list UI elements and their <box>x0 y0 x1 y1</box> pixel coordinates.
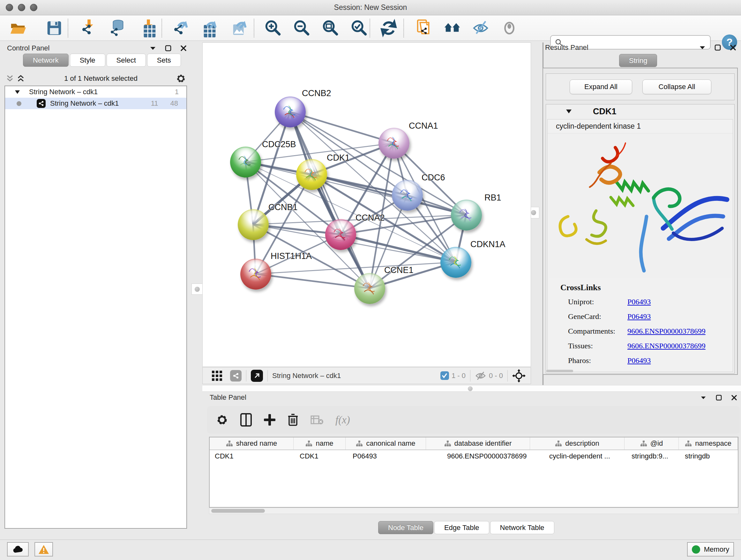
left-splitter-grip[interactable] <box>192 284 203 295</box>
table-hscrollbar-thumb[interactable] <box>211 509 265 513</box>
open-session-icon[interactable] <box>9 18 28 38</box>
network-collection-row[interactable]: String Network – cdk1 1 <box>5 86 186 98</box>
string-results-tab[interactable]: String <box>619 54 657 67</box>
column-header-@id[interactable]: @id <box>624 437 679 449</box>
zoom-out-icon[interactable] <box>292 18 312 38</box>
table-collapse-icon[interactable] <box>698 393 709 401</box>
export-table-icon[interactable] <box>200 18 219 38</box>
warning-status-button[interactable] <box>35 542 53 557</box>
hidden-eye-slash-icon[interactable] <box>475 371 486 381</box>
refresh-icon[interactable] <box>379 18 398 38</box>
column-type-icon <box>640 440 647 447</box>
home-icon[interactable] <box>443 18 462 38</box>
column-header-name[interactable]: name <box>293 437 346 449</box>
results-float-icon[interactable] <box>712 44 723 52</box>
node-CDKN1A[interactable] <box>441 247 471 278</box>
crosslink-link[interactable]: 9606.ENSP00000378699 <box>627 341 705 350</box>
open-in-window-icon[interactable] <box>251 370 263 382</box>
tab-sets[interactable]: Sets <box>147 54 181 67</box>
zoom-selected-icon[interactable] <box>350 18 369 38</box>
collection-expand-arrow-icon[interactable] <box>15 90 20 94</box>
node-CCNB1[interactable] <box>238 209 269 240</box>
show-columns-icon[interactable] <box>240 413 252 427</box>
save-session-icon[interactable] <box>45 18 64 38</box>
cell-shared-name[interactable]: CDK1 <box>210 452 293 460</box>
add-column-icon[interactable] <box>264 414 275 426</box>
import-network-database-icon[interactable] <box>109 18 128 38</box>
cell-canonical-name[interactable]: P06493 <box>346 452 426 460</box>
tab-network-table[interactable]: Network Table <box>490 521 554 534</box>
delete-column-icon[interactable] <box>287 413 298 427</box>
tab-edge-table[interactable]: Edge Table <box>434 521 489 534</box>
import-table-file-icon[interactable] <box>139 18 158 38</box>
memory-button[interactable]: Memory <box>687 542 734 557</box>
float-panel-icon[interactable] <box>163 44 174 52</box>
export-image-icon[interactable] <box>230 18 250 38</box>
results-scrollbar[interactable] <box>546 370 573 372</box>
node-CDC6[interactable] <box>392 180 423 211</box>
expand-all-networks-icon[interactable] <box>15 74 26 83</box>
crosslink-link[interactable]: P06493 <box>627 298 651 306</box>
results-collapse-icon[interactable] <box>697 44 708 52</box>
node-CCNB2[interactable] <box>275 97 306 127</box>
table-float-icon[interactable] <box>713 393 724 401</box>
new-network-from-selection-icon[interactable] <box>415 18 434 38</box>
table-hscrollbar[interactable] <box>209 508 738 514</box>
cloud-status-button[interactable] <box>7 542 29 557</box>
fit-crosshair-icon[interactable] <box>512 369 526 382</box>
results-close-icon[interactable] <box>728 44 738 52</box>
network-canvas[interactable]: CCNB2CCNA1CDC25BCDK1CDC6RB1CCNB1CCNA2CDK… <box>202 43 531 367</box>
crosslink-link[interactable]: 9606.ENSP00000378699 <box>627 327 705 335</box>
tab-select[interactable]: Select <box>107 54 146 67</box>
table-close-icon[interactable] <box>729 393 739 401</box>
expand-all-button[interactable]: Expand All <box>569 79 632 94</box>
close-panel-icon[interactable] <box>178 44 189 52</box>
network-options-gear-icon[interactable] <box>176 74 186 83</box>
crosslink-label: Uniprot: <box>568 298 627 306</box>
column-header-description[interactable]: description <box>530 437 624 449</box>
column-header-namespace[interactable]: namespace <box>679 437 738 449</box>
table-row[interactable]: CDK1CDK1P064939606.ENSP00000378699cyclin… <box>210 450 738 462</box>
cell-description[interactable]: cyclin-dependent ... <box>530 452 624 460</box>
share-network-icon[interactable] <box>230 370 242 381</box>
cloud-icon <box>12 546 23 553</box>
table-settings-gear-icon[interactable] <box>216 414 228 426</box>
export-network-icon[interactable] <box>172 18 191 38</box>
column-header-database-identifier[interactable]: database identifier <box>426 437 530 449</box>
collapse-all-button[interactable]: Collapse All <box>643 79 711 94</box>
birdseye-grid-icon[interactable] <box>212 370 222 381</box>
collapse-panel-icon[interactable] <box>147 44 158 52</box>
protein-collapse-arrow-icon[interactable] <box>566 109 572 114</box>
zoom-fit-icon[interactable] <box>321 18 340 38</box>
import-network-file-icon[interactable] <box>80 18 99 38</box>
cell-@id[interactable]: stringdb:9... <box>624 452 679 460</box>
hide-selected-icon[interactable] <box>472 18 491 38</box>
tab-node-table[interactable]: Node Table <box>378 521 433 534</box>
tab-style[interactable]: Style <box>70 54 105 67</box>
zoom-in-icon[interactable] <box>264 18 283 38</box>
node-CCNA1[interactable] <box>379 128 409 159</box>
selected-nodes-checkbox[interactable] <box>441 371 449 380</box>
node-RB1[interactable] <box>451 199 482 231</box>
crosslink-row: GeneCard:P06493 <box>548 309 733 324</box>
column-header-canonical-name[interactable]: canonical name <box>346 437 426 449</box>
node-CCNE1[interactable] <box>354 273 385 304</box>
crosslink-link[interactable]: P06493 <box>627 312 651 321</box>
collapse-all-networks-icon[interactable] <box>4 74 15 83</box>
tab-network[interactable]: Network <box>23 54 69 67</box>
cell-namespace[interactable]: stringdb <box>679 452 738 460</box>
horizontal-splitter-grip[interactable] <box>468 386 473 391</box>
network-row-selected[interactable]: String Network – cdk1 11 48 <box>5 98 186 109</box>
show-all-icon[interactable] <box>500 18 520 38</box>
main-toolbar: ? <box>0 15 741 41</box>
protein-card-header[interactable]: CDK1 <box>546 105 734 118</box>
cell-name[interactable]: CDK1 <box>293 452 346 460</box>
crosslink-link[interactable]: P06493 <box>627 356 651 365</box>
node-CDK1[interactable] <box>296 159 327 190</box>
node-HIST1H1A[interactable] <box>240 259 271 290</box>
column-header-shared-name[interactable]: shared name <box>210 437 293 449</box>
horizontal-splitter[interactable] <box>202 385 741 392</box>
cell-database-identifier[interactable]: 9606.ENSP00000378699 <box>426 452 530 460</box>
node-CDC25B[interactable] <box>230 146 261 178</box>
node-CCNA2[interactable] <box>325 219 356 250</box>
